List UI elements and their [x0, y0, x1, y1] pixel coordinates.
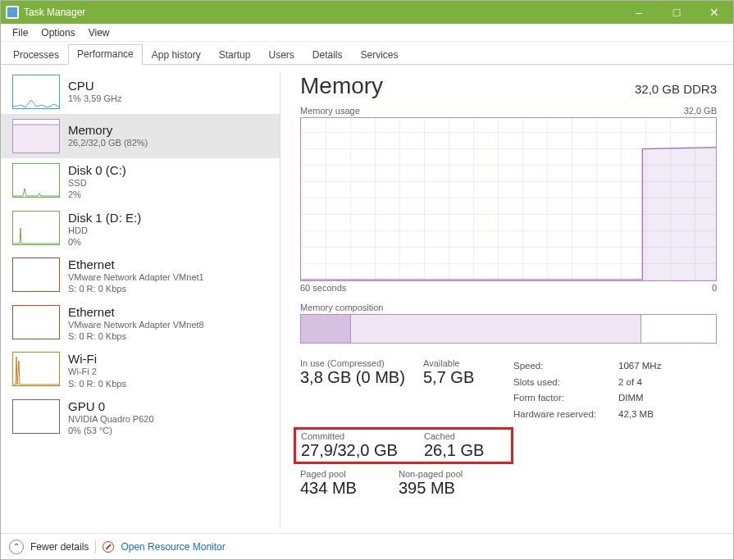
- kv-key: Slots used:: [513, 375, 612, 391]
- window-controls: – □ ✕: [620, 1, 733, 24]
- stat-label: Committed: [301, 431, 408, 441]
- sidebar-text: CPU 1% 3,59 GHz: [68, 75, 121, 109]
- detail-spec: 32,0 GB DDR3: [635, 82, 717, 96]
- comp-seg-free: [641, 315, 716, 343]
- footer-bar: ⌃ Fewer details Open Resource Monitor: [1, 533, 733, 559]
- detail-panel: Memory 32,0 GB DDR3 Memory usage 32,0 GB…: [280, 65, 733, 533]
- sidebar-text: Disk 0 (C:) SSD 2%: [68, 163, 126, 201]
- resource-monitor-icon: [103, 541, 114, 553]
- menu-view[interactable]: View: [82, 25, 116, 40]
- sidebar-text: Disk 1 (D: E:) HDD 0%: [68, 211, 141, 248]
- stat-available: Available 5,7 GB: [423, 358, 489, 422]
- kv-value: 2 of 4: [618, 375, 642, 391]
- sidebar-item-sub: VMware Network Adapter VMnet1: [68, 271, 204, 283]
- memory-kv-table: Speed:1067 MHz Slots used:2 of 4 Form fa…: [513, 358, 661, 422]
- sidebar-item-label: Ethernet: [68, 257, 204, 271]
- sidebar-item-label: Wi-Fi: [68, 352, 126, 366]
- stat-label: Cached: [424, 431, 490, 441]
- stat-label: Available: [423, 358, 489, 368]
- stat-cached: Cached 26,1 GB: [424, 431, 490, 460]
- ethernet-thumb-icon: [12, 305, 60, 339]
- stat-committed: Committed 27,9/32,0 GB: [301, 431, 408, 460]
- sidebar-text: Wi-Fi Wi-Fi 2 S: 0 R: 0 Kbps: [68, 352, 126, 389]
- sidebar-item-label: Memory: [68, 123, 148, 137]
- sidebar-text: GPU 0 NVIDIA Quadro P620 0% (53 °C): [68, 399, 154, 437]
- composition-label-row: Memory composition: [300, 303, 717, 312]
- sidebar-item-gpu[interactable]: GPU 0 NVIDIA Quadro P620 0% (53 °C): [1, 394, 280, 442]
- stats-area: In use (Compressed) 3,8 GB (0 MB) Availa…: [300, 358, 717, 498]
- table-row: Speed:1067 MHz: [513, 358, 661, 375]
- svg-rect-0: [13, 125, 59, 153]
- stats-row-3: Paged pool 434 MB Non-paged pool 395 MB: [300, 469, 717, 498]
- sidebar-item-sub2: S: 0 R: 0 Kbps: [68, 283, 204, 294]
- memory-composition-bar[interactable]: [300, 314, 717, 344]
- sidebar-item-ethernet2[interactable]: Ethernet VMware Network Adapter VMnet8 S…: [1, 300, 280, 348]
- chart-bottom-labels: 60 seconds 0: [300, 283, 717, 293]
- tab-processes[interactable]: Processes: [4, 45, 68, 65]
- kv-value: DIMM: [618, 390, 644, 407]
- sidebar-item-cpu[interactable]: CPU 1% 3,59 GHz: [1, 70, 280, 114]
- table-row: Form factor:DIMM: [513, 390, 661, 407]
- sidebar-text: Memory 26,2/32,0 GB (82%): [68, 119, 148, 153]
- sidebar-item-label: CPU: [68, 79, 121, 93]
- performance-sidebar: CPU 1% 3,59 GHz Memory 26,2/32,0 GB (82%…: [1, 65, 280, 533]
- comp-seg-inuse: [301, 315, 351, 343]
- sidebar-item-label: Disk 0 (C:): [68, 163, 126, 177]
- open-resource-monitor-link[interactable]: Open Resource Monitor: [121, 541, 225, 553]
- sidebar-item-sub: NVIDIA Quadro P620: [68, 413, 154, 425]
- sidebar-item-wifi[interactable]: Wi-Fi Wi-Fi 2 S: 0 R: 0 Kbps: [1, 347, 280, 394]
- menu-options[interactable]: Options: [34, 25, 81, 40]
- kv-value: 1067 MHz: [618, 358, 661, 375]
- sidebar-item-sub2: S: 0 R: 0 Kbps: [68, 330, 204, 342]
- stat-nonpaged: Non-paged pool 395 MB: [399, 469, 481, 498]
- menu-bar: File Options View: [1, 24, 733, 42]
- memory-usage-chart[interactable]: [300, 117, 717, 281]
- kv-key: Speed:: [513, 358, 612, 375]
- menu-file[interactable]: File: [6, 25, 34, 40]
- content-area: CPU 1% 3,59 GHz Memory 26,2/32,0 GB (82%…: [1, 65, 733, 533]
- detail-header: Memory 32,0 GB DDR3: [300, 73, 717, 99]
- sidebar-item-memory[interactable]: Memory 26,2/32,0 GB (82%): [1, 114, 280, 158]
- minimize-button[interactable]: –: [620, 1, 658, 24]
- tab-users[interactable]: Users: [259, 45, 303, 65]
- sidebar-item-sub: HDD: [68, 225, 141, 236]
- sidebar-text: Ethernet VMware Network Adapter VMnet8 S…: [68, 305, 204, 343]
- stat-pagedpool: Paged pool 434 MB: [300, 469, 382, 498]
- stat-value: 395 MB: [399, 479, 481, 498]
- chart-x-right: 0: [712, 283, 717, 293]
- memory-thumb-icon: [12, 119, 60, 153]
- chart-max-label: 32,0 GB: [684, 106, 717, 116]
- kv-key: Hardware reserved:: [513, 407, 612, 423]
- table-row: Slots used:2 of 4: [513, 375, 661, 391]
- sidebar-item-disk1[interactable]: Disk 1 (D: E:) HDD 0%: [1, 206, 280, 253]
- disk-thumb-icon: [12, 163, 60, 198]
- composition-label: Memory composition: [300, 303, 383, 312]
- disk-thumb-icon: [12, 211, 60, 245]
- maximize-button[interactable]: □: [658, 1, 695, 24]
- chart-top-labels: Memory usage 32,0 GB: [300, 106, 717, 116]
- sidebar-item-ethernet1[interactable]: Ethernet VMware Network Adapter VMnet1 S…: [1, 253, 280, 300]
- close-button[interactable]: ✕: [695, 1, 733, 24]
- stat-value: 26,1 GB: [424, 441, 490, 460]
- sidebar-item-sub: VMware Network Adapter VMnet8: [68, 319, 204, 330]
- tab-performance[interactable]: Performance: [68, 44, 143, 65]
- chart-x-left: 60 seconds: [300, 283, 346, 293]
- sidebar-text: Ethernet VMware Network Adapter VMnet1 S…: [68, 257, 204, 295]
- highlight-box: Committed 27,9/32,0 GB Cached 26,1 GB: [294, 427, 513, 464]
- tab-services[interactable]: Services: [352, 45, 408, 65]
- tab-details[interactable]: Details: [303, 45, 352, 65]
- detail-title: Memory: [300, 73, 383, 99]
- fewer-details-link[interactable]: Fewer details: [30, 541, 89, 553]
- titlebar[interactable]: Task Manager – □ ✕: [1, 1, 733, 24]
- sidebar-item-disk0[interactable]: Disk 0 (C:) SSD 2%: [1, 158, 280, 206]
- sidebar-item-sub: Wi-Fi 2: [68, 366, 126, 377]
- tab-startup[interactable]: Startup: [210, 45, 260, 65]
- window-title: Task Manager: [24, 7, 85, 18]
- stats-row-1: In use (Compressed) 3,8 GB (0 MB) Availa…: [300, 358, 717, 422]
- stat-value: 27,9/32,0 GB: [301, 441, 408, 460]
- cpu-thumb-icon: [12, 75, 60, 109]
- sidebar-item-sub: 26,2/32,0 GB (82%): [68, 137, 148, 148]
- chevron-up-icon[interactable]: ⌃: [9, 540, 24, 554]
- sidebar-item-sub2: 2%: [68, 189, 126, 200]
- tab-app-history[interactable]: App history: [143, 45, 210, 65]
